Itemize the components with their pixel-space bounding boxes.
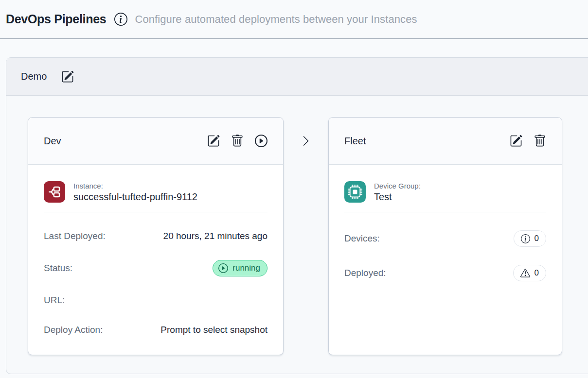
edit-stage-button[interactable]: [510, 135, 522, 147]
pipeline-stages: Dev: [6, 96, 588, 355]
page-title: DevOps Pipelines: [6, 12, 106, 26]
info-circle-icon[interactable]: [114, 13, 127, 26]
edit-icon: [61, 70, 74, 83]
deploy-action-row: Deploy Action: Prompt to select snapshot: [44, 324, 267, 336]
instance-diagram-icon: [44, 181, 65, 203]
dev-card-header: Dev: [28, 118, 283, 165]
url-label: URL:: [44, 295, 65, 306]
devices-row: Devices: 0: [344, 230, 546, 247]
status-row: Status: running: [44, 260, 267, 276]
status-badge: running: [213, 260, 267, 276]
last-deployed-label: Last Deployed:: [44, 231, 106, 241]
deployed-count: 0: [535, 268, 539, 278]
instance-resource-text: Instance: successful-tufted-puffin-9112: [73, 182, 197, 203]
deployed-row: Deployed: 0: [344, 265, 546, 281]
status-label: Status:: [44, 263, 72, 274]
instance-label: Instance:: [73, 182, 197, 190]
info-circle-icon: [521, 234, 530, 243]
device-group-name: Test: [374, 191, 421, 203]
play-circle-icon: [255, 135, 267, 147]
edit-icon: [207, 135, 220, 147]
warning-triangle-icon: [520, 268, 530, 278]
url-row: URL:: [44, 294, 267, 306]
device-group-resource-row: Device Group: Test: [344, 181, 546, 203]
chevron-right-icon: [300, 135, 312, 147]
trash-icon: [534, 135, 546, 147]
page-subtitle: Configure automated deployments between …: [135, 13, 417, 26]
deploy-action-label: Deploy Action:: [44, 325, 103, 335]
stage-card-fleet: Fleet: [328, 117, 562, 355]
trash-icon: [231, 135, 244, 147]
pipeline-panel: Demo Dev: [6, 57, 588, 374]
last-deployed-row: Last Deployed: 20 hours, 21 minutes ago: [44, 230, 267, 242]
device-group-label: Device Group:: [374, 182, 421, 190]
pipeline-panel-header: Demo: [6, 58, 588, 96]
devices-count-pill[interactable]: 0: [514, 230, 546, 247]
delete-stage-button[interactable]: [534, 135, 546, 147]
dev-card-actions: [207, 135, 267, 147]
dev-card-body: Instance: successful-tufted-puffin-9112 …: [28, 181, 283, 336]
pipeline-name: Demo: [21, 71, 47, 82]
delete-stage-button[interactable]: [231, 135, 244, 147]
deployed-label: Deployed:: [344, 268, 386, 278]
deployed-count-pill[interactable]: 0: [513, 265, 546, 281]
edit-stage-button[interactable]: [207, 135, 220, 147]
edit-icon: [510, 135, 522, 147]
page-header: DevOps Pipelines Configure automated dep…: [0, 0, 588, 39]
stage-card-dev: Dev: [28, 117, 284, 355]
device-group-resource-text: Device Group: Test: [374, 182, 421, 203]
devices-count: 0: [535, 234, 539, 243]
deploy-action-value: Prompt to select snapshot: [160, 325, 267, 335]
fleet-card-title: Fleet: [344, 136, 366, 147]
cpu-chip-icon: [344, 181, 366, 203]
run-stage-button[interactable]: [255, 135, 267, 147]
dev-card-title: Dev: [44, 136, 61, 147]
status-badge-text: running: [232, 263, 260, 273]
last-deployed-value: 20 hours, 21 minutes ago: [163, 231, 267, 241]
devices-label: Devices:: [344, 233, 380, 244]
stage-connector: [284, 117, 328, 147]
play-circle-icon: [218, 263, 228, 273]
fleet-card-header: Fleet: [329, 118, 562, 165]
instance-resource-row: Instance: successful-tufted-puffin-9112: [44, 181, 267, 203]
fleet-card-actions: [510, 135, 546, 147]
fleet-card-body: Device Group: Test Devices: 0: [329, 181, 562, 281]
instance-name: successful-tufted-puffin-9112: [73, 191, 197, 203]
divider: [344, 212, 546, 212]
edit-pipeline-button[interactable]: [61, 70, 74, 83]
divider: [44, 212, 267, 212]
